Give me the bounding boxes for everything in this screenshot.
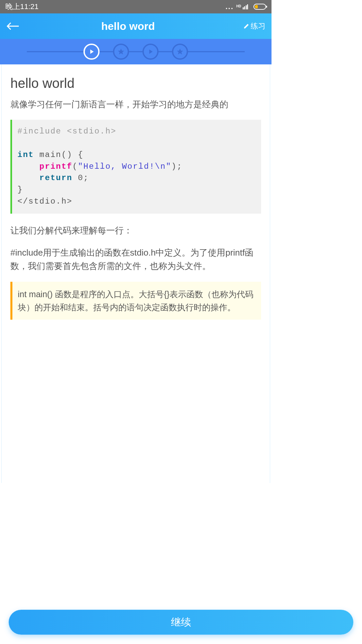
status-bar: 晚上11:21 ... HD: [0, 0, 272, 13]
play-icon: [147, 48, 154, 55]
page-title: hello word: [13, 20, 243, 33]
lesson-progress: [0, 39, 272, 64]
code-block: #include <stdio.h> int main() { printf("…: [10, 120, 261, 214]
practice-button[interactable]: 练习: [243, 21, 265, 31]
progress-node-3[interactable]: [142, 44, 159, 60]
practice-label: 练习: [251, 21, 265, 31]
signal-icon: [243, 4, 248, 9]
play-icon: [88, 48, 95, 55]
progress-node-2[interactable]: [113, 44, 129, 60]
status-time: 晚上11:21: [5, 2, 39, 12]
paragraph-3: #include用于生成输出的函数在stdio.h中定义。为了使用printf函…: [10, 246, 261, 273]
status-icons: ... HD: [226, 2, 266, 11]
intro-paragraph: 就像学习任何一门新语言一样，开始学习的地方是经典的: [10, 98, 261, 111]
note-block: int main() 函数是程序的入口点。大括号{}表示函数（也称为代码块）的开…: [10, 282, 261, 320]
network-dots-icon: ...: [226, 2, 234, 11]
star-icon: [117, 48, 125, 55]
lesson-content: hello world 就像学习任何一门新语言一样，开始学习的地方是经典的 #i…: [1, 64, 270, 483]
star-icon: [176, 48, 184, 55]
hd-badge: HD: [236, 4, 241, 8]
pencil-icon: [243, 23, 249, 29]
paragraph-2: 让我们分解代码来理解每一行：: [10, 224, 261, 237]
progress-node-1[interactable]: [83, 44, 100, 60]
battery-icon: [253, 4, 266, 10]
app-header: hello word 练习: [0, 13, 272, 39]
progress-node-4[interactable]: [172, 44, 188, 60]
lesson-title: hello world: [10, 76, 261, 91]
